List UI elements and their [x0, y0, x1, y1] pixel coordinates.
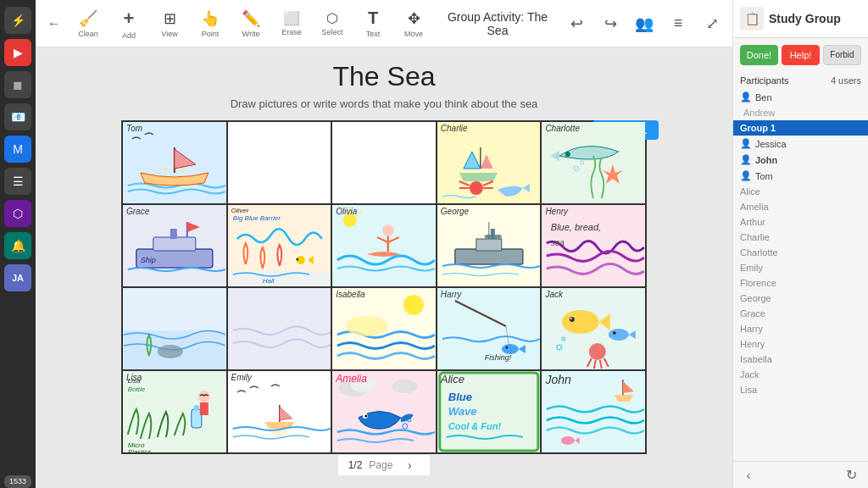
fullscreen-button[interactable]: ⤢	[698, 10, 726, 37]
cell-empty-1[interactable]	[228, 122, 331, 203]
participant-john[interactable]: 👤 John	[733, 152, 868, 168]
participants-label: Participants	[740, 75, 788, 86]
svg-point-9	[565, 152, 570, 157]
participant-charlie[interactable]: Charlie	[733, 230, 868, 245]
svg-point-2	[181, 170, 184, 173]
user-avatar[interactable]: JA	[4, 264, 31, 291]
sidebar-icon-6[interactable]: ⬡	[4, 200, 31, 227]
menu-button[interactable]: ≡	[665, 10, 692, 37]
tool-view[interactable]: ⊞ View	[151, 3, 188, 44]
forbid-button[interactable]: Forbid	[823, 45, 861, 65]
tool-select[interactable]: ⬡ Select	[314, 3, 351, 44]
participant-florence[interactable]: Florence	[733, 275, 868, 291]
participant-isabella[interactable]: Isabella	[733, 352, 868, 367]
next-page-arrow[interactable]: ›	[399, 455, 420, 475]
svg-point-1	[164, 168, 167, 170]
main-content: ← 🧹 Clean + Add ⊞ View 👆 Point ✏️ Write …	[36, 0, 732, 488]
svg-point-43	[505, 347, 508, 349]
svg-rect-63	[200, 402, 209, 415]
participant-charlotte[interactable]: Charlotte	[733, 245, 868, 260]
sidebar-icon-5[interactable]: ☰	[4, 168, 31, 195]
participant-andrew[interactable]: Andrew	[733, 105, 868, 120]
svg-text:sea: sea	[551, 238, 565, 247]
cell-john[interactable]: John	[542, 371, 645, 452]
tool-move[interactable]: ✥ Move	[395, 3, 432, 44]
page-indicator: 1/2	[348, 459, 363, 471]
cell-tom[interactable]: Tom	[123, 122, 226, 203]
cell-charlie[interactable]: Charlie	[437, 122, 541, 203]
svg-line-40	[455, 301, 506, 326]
done-button[interactable]: Done!	[740, 45, 778, 65]
undo-button[interactable]: ↩	[563, 10, 590, 37]
participant-alice[interactable]: Alice	[733, 184, 868, 199]
tool-point[interactable]: 👆 Point	[192, 3, 229, 44]
canvas-area: The Sea Draw pictures or write words tha…	[36, 47, 732, 488]
svg-point-50	[613, 331, 616, 335]
participant-grace[interactable]: Grace	[733, 306, 868, 321]
sidebar-icon-0[interactable]: ⚡	[4, 7, 31, 34]
svg-point-38	[403, 295, 424, 315]
cell-alice[interactable]: Alice Blue Wave Cool & Fun!	[437, 371, 541, 452]
tool-add[interactable]: + Add	[110, 3, 147, 44]
svg-text:Bottle: Bottle	[128, 385, 146, 393]
participant-emily[interactable]: Emily	[733, 260, 868, 275]
svg-text:Hall: Hall	[262, 277, 274, 285]
participants-button[interactable]: 👥	[631, 10, 658, 37]
help-button[interactable]: Help!	[782, 45, 820, 65]
svg-text:Cool & Fun!: Cool & Fun!	[448, 421, 502, 431]
svg-point-10	[574, 166, 579, 171]
left-sidebar: ⚡ ▶ ◼ 📧 M ☰ ⬡ 🔔 JA 1533	[0, 0, 36, 488]
participant-george[interactable]: George	[733, 291, 868, 306]
cell-charlotte[interactable]: Charlotte	[542, 122, 645, 203]
toolbar-title: Group Activity: The Sea	[436, 10, 559, 37]
tool-write[interactable]: ✏️ Write	[232, 3, 270, 44]
cell-empty-2[interactable]	[332, 122, 436, 203]
cell-olivia[interactable]: Olivia	[332, 205, 436, 286]
cell-amelia[interactable]: Amelia	[332, 371, 436, 452]
redo-button[interactable]: ↪	[597, 10, 624, 37]
cell-oliver[interactable]: Oliver Big Blue Barrier	[228, 205, 331, 286]
svg-text:Blue, bread,: Blue, bread,	[551, 222, 601, 232]
cell-isabella[interactable]: Isabella	[332, 288, 436, 369]
svg-point-22	[382, 225, 394, 236]
participant-ben[interactable]: 👤 Ben	[733, 89, 868, 105]
cell-harry[interactable]: Harry Fishing!	[437, 288, 541, 369]
cell-henry[interactable]: Henry Blue, bread, sea	[542, 205, 645, 286]
tool-clean[interactable]: 🧹 Clean	[70, 3, 107, 44]
cell-empty-4[interactable]	[228, 288, 331, 369]
tool-text[interactable]: T Text	[354, 3, 392, 44]
svg-point-46	[562, 310, 599, 334]
cell-grace[interactable]: Grace Ship	[123, 205, 226, 286]
svg-line-27	[388, 237, 399, 242]
participants-count: 4 users	[831, 75, 861, 86]
sidebar-icon-3[interactable]: 📧	[4, 103, 31, 130]
cell-jack[interactable]: Jack	[542, 288, 645, 369]
sidebar-icon-2[interactable]: ◼	[4, 71, 31, 98]
cell-empty-3[interactable]	[123, 288, 226, 369]
sidebar-icon-7[interactable]: 🔔	[4, 232, 31, 259]
svg-rect-29	[455, 249, 523, 264]
participant-harry[interactable]: Harry	[733, 321, 868, 336]
participant-amelia[interactable]: Amelia	[733, 199, 868, 214]
participant-henry[interactable]: Henry	[733, 336, 868, 352]
svg-rect-13	[153, 237, 196, 251]
panel-left-arrow[interactable]: ‹	[740, 467, 757, 484]
title-row: The Sea Draw pictures or write words tha…	[96, 61, 672, 120]
participant-jack[interactable]: Jack	[733, 367, 868, 382]
panel-title: Study Group	[769, 12, 841, 25]
right-panel: 📋 Study Group Done! Help! Forbid Partici…	[732, 0, 868, 488]
cell-george[interactable]: George	[437, 205, 541, 286]
back-button[interactable]: ←	[42, 12, 66, 36]
svg-line-7	[483, 181, 493, 186]
participant-tom[interactable]: 👤 Tom	[733, 168, 868, 184]
cell-emily[interactable]: Emily	[228, 371, 331, 452]
participant-arthur[interactable]: Arthur	[733, 214, 868, 230]
cell-lisa[interactable]: Lisa Lisa Bottle	[123, 371, 226, 452]
sidebar-icon-1[interactable]: ▶	[4, 39, 31, 66]
tool-erase[interactable]: ⬜ Erase	[273, 3, 310, 44]
participant-jessica[interactable]: 👤 Jessica	[733, 136, 868, 152]
participant-lisa[interactable]: Lisa	[733, 382, 868, 397]
sidebar-icon-4[interactable]: M	[4, 136, 31, 163]
refresh-button[interactable]: ↻	[841, 465, 861, 485]
svg-rect-61	[194, 405, 199, 411]
